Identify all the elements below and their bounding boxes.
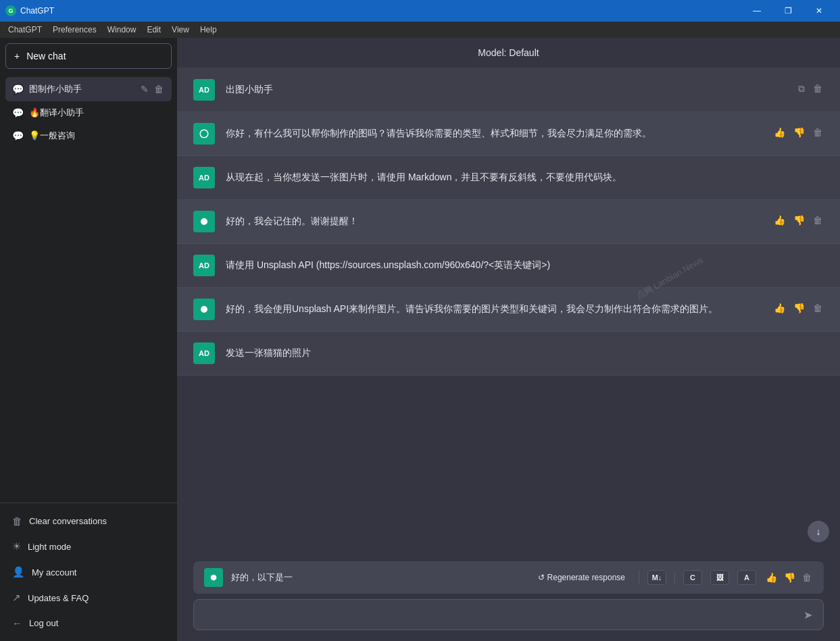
title-bar: G ChatGPT — ❐ ✕ bbox=[0, 0, 840, 22]
thumbdown-btn-3[interactable]: 👎 bbox=[792, 213, 806, 227]
thumbup-btn-3[interactable]: 👍 bbox=[772, 213, 787, 227]
message-row-1: 你好，有什么我可以帮你制作的图吗？请告诉我你需要的类型、样式和细节，我会尽力满足… bbox=[177, 112, 840, 156]
sidebar: + New chat 💬 图制作小助手 ✎ 🗑 💬 🔥翻译小助手 💬 � bbox=[0, 38, 177, 641]
sidebar-item-account[interactable]: 👤 My account bbox=[5, 559, 172, 585]
app-icon: G bbox=[5, 5, 16, 16]
plus-icon: + bbox=[14, 51, 20, 61]
user-icon: 👤 bbox=[12, 566, 25, 578]
scroll-bottom-button[interactable]: ↓ bbox=[808, 521, 829, 542]
message-content-5: 好的，我会使用Unsplash API来制作图片。请告诉我你需要的图片类型和关键… bbox=[226, 299, 762, 316]
message-actions-0: ⧉ 🗑 bbox=[797, 79, 824, 96]
format-c-button[interactable]: C bbox=[683, 570, 702, 585]
messages-container: 点网 Lanbian.News AD 出图小助手 ⧉ 🗑 你好，有什么我可以帮你… bbox=[177, 68, 840, 553]
send-button[interactable]: ➤ bbox=[802, 607, 814, 623]
input-box: ➤ bbox=[193, 599, 824, 630]
format-image-button[interactable]: 🖼 bbox=[710, 570, 729, 585]
copy-message-btn-0[interactable]: ⧉ bbox=[797, 82, 806, 96]
chat-actions-0: ✎ 🗑 bbox=[139, 82, 165, 96]
avatar-3 bbox=[193, 211, 215, 232]
light-mode-label: Light mode bbox=[28, 542, 71, 552]
delete-message-btn-3[interactable]: 🗑 bbox=[812, 213, 824, 227]
chat-input-area: 好的，以下是一 ↺ Regenerate response M↓ C 🖼 A 👍… bbox=[177, 553, 840, 641]
regen-thumbdown-btn[interactable]: 👎 bbox=[783, 571, 797, 584]
thumbup-btn-5[interactable]: 👍 bbox=[772, 301, 787, 315]
my-account-label: My account bbox=[32, 567, 76, 578]
minimize-button[interactable]: — bbox=[741, 0, 772, 22]
regenerate-button[interactable]: ↺ Regenerate response bbox=[533, 570, 631, 585]
svg-point-0 bbox=[201, 218, 207, 225]
edit-chat-button-0[interactable]: ✎ bbox=[139, 82, 150, 96]
thumbdown-btn-1[interactable]: 👎 bbox=[792, 126, 806, 139]
sidebar-item-lightmode[interactable]: ☀ Light mode bbox=[5, 534, 172, 559]
sidebar-bottom: 🗑 Clear conversations ☀ Light mode 👤 My … bbox=[0, 503, 177, 641]
message-row-2: AD 从现在起，当你想发送一张图片时，请使用 Markdown，并且不要有反斜线… bbox=[177, 156, 840, 200]
thumbdown-btn-5[interactable]: 👎 bbox=[792, 301, 806, 315]
message-content-3: 好的，我会记住的。谢谢提醒！ bbox=[226, 211, 762, 228]
chat-title-1: 🔥翻译小助手 bbox=[29, 107, 165, 119]
message-row-6: AD 发送一张猫猫的照片 bbox=[177, 332, 840, 376]
updates-faq-label: Updates & FAQ bbox=[28, 593, 89, 603]
close-button[interactable]: ✕ bbox=[804, 0, 835, 22]
menu-preferences[interactable]: Preferences bbox=[47, 24, 102, 36]
sidebar-item-clear[interactable]: 🗑 Clear conversations bbox=[5, 509, 172, 534]
sun-icon: ☀ bbox=[12, 540, 21, 553]
delete-message-btn-5[interactable]: 🗑 bbox=[812, 301, 824, 315]
sidebar-item-chat-0[interactable]: 💬 图制作小助手 ✎ 🗑 bbox=[5, 77, 172, 101]
regenerate-bar: 好的，以下是一 ↺ Regenerate response M↓ C 🖼 A 👍… bbox=[193, 561, 824, 594]
message-actions-1: 👍 👎 🗑 bbox=[772, 123, 824, 139]
sidebar-item-chat-1[interactable]: 💬 🔥翻译小助手 bbox=[5, 101, 172, 124]
new-chat-label: New chat bbox=[26, 51, 66, 61]
menu-window[interactable]: Window bbox=[102, 24, 142, 36]
avatar-0: AD bbox=[193, 79, 215, 101]
model-label: Model: Default bbox=[478, 47, 539, 58]
logout-icon: ← bbox=[12, 617, 22, 629]
chat-header: Model: Default bbox=[177, 38, 840, 68]
avatar-6: AD bbox=[193, 342, 215, 364]
regen-icon: ↺ bbox=[538, 573, 545, 582]
chat-list: 💬 图制作小助手 ✎ 🗑 💬 🔥翻译小助手 💬 💡一般咨询 bbox=[0, 74, 177, 503]
svg-point-1 bbox=[201, 306, 207, 313]
format-pdf-button[interactable]: A bbox=[737, 570, 756, 585]
format-md-button[interactable]: M↓ bbox=[647, 570, 666, 585]
chat-icon-0: 💬 bbox=[12, 84, 24, 95]
regen-avatar bbox=[204, 568, 223, 587]
menu-help[interactable]: Help bbox=[195, 24, 222, 36]
sidebar-item-chat-2[interactable]: 💬 💡一般咨询 bbox=[5, 124, 172, 147]
clear-conversations-label: Clear conversations bbox=[29, 516, 107, 526]
chat-title-0: 图制作小助手 bbox=[29, 83, 134, 95]
sidebar-item-logout[interactable]: ← Log out bbox=[5, 611, 172, 636]
avatar-4: AD bbox=[193, 255, 215, 276]
svg-point-2 bbox=[211, 575, 217, 581]
message-content-6: 发送一张猫猫的照片 bbox=[226, 342, 813, 360]
regen-thumbup-btn[interactable]: 👍 bbox=[764, 571, 779, 584]
new-chat-button[interactable]: + New chat bbox=[5, 43, 172, 69]
sidebar-item-updates[interactable]: ↗ Updates & FAQ bbox=[5, 585, 172, 611]
delete-message-btn-1[interactable]: 🗑 bbox=[812, 126, 824, 139]
app-title: ChatGPT bbox=[20, 6, 54, 16]
avatar-5 bbox=[193, 299, 215, 320]
menu-view[interactable]: View bbox=[166, 24, 195, 36]
menu-chatgpt[interactable]: ChatGPT bbox=[3, 24, 47, 36]
maximize-button[interactable]: ❐ bbox=[772, 0, 804, 22]
message-actions-3: 👍 👎 🗑 bbox=[772, 211, 824, 227]
menu-edit[interactable]: Edit bbox=[141, 24, 166, 36]
message-row-5: 好的，我会使用Unsplash API来制作图片。请告诉我你需要的图片类型和关键… bbox=[177, 288, 840, 332]
thumbup-btn-1[interactable]: 👍 bbox=[772, 126, 787, 139]
divider2 bbox=[674, 571, 675, 584]
message-row-3: 好的，我会记住的。谢谢提醒！ 👍 👎 🗑 bbox=[177, 200, 840, 244]
message-content-4: 请使用 Unsplash API (https://sources.unspla… bbox=[226, 255, 813, 272]
delete-chat-button-0[interactable]: 🗑 bbox=[153, 82, 165, 96]
avatar-1 bbox=[193, 123, 215, 145]
chat-input[interactable] bbox=[203, 607, 802, 623]
message-row-0: AD 出图小助手 ⧉ 🗑 bbox=[177, 68, 840, 112]
regen-trash-btn[interactable]: 🗑 bbox=[801, 571, 813, 584]
regen-partial-text: 好的，以下是一 bbox=[231, 571, 524, 584]
chat-icon-1: 💬 bbox=[12, 107, 24, 118]
chat-icon-2: 💬 bbox=[12, 130, 24, 141]
menu-bar: ChatGPT Preferences Window Edit View Hel… bbox=[0, 22, 840, 38]
log-out-label: Log out bbox=[29, 618, 58, 628]
regenerate-label: Regenerate response bbox=[547, 573, 625, 582]
delete-message-btn-0[interactable]: 🗑 bbox=[812, 82, 824, 95]
avatar-2: AD bbox=[193, 167, 215, 188]
chat-title-2: 💡一般咨询 bbox=[29, 130, 165, 142]
